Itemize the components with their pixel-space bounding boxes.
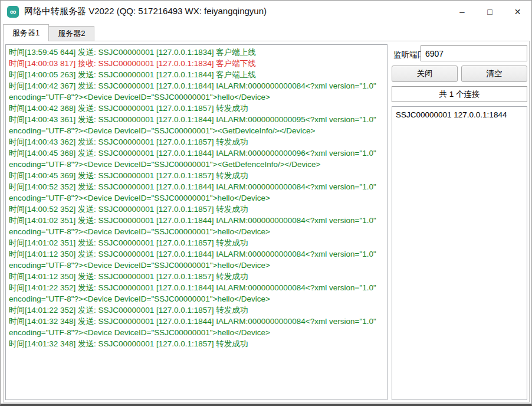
- log-entry: 时间[14:00:43 362] 发送: SSJC00000001 [127.0…: [9, 136, 384, 148]
- log-entry: 时间[14:01:32 348] 发送: SSJC00000001 [127.0…: [9, 316, 384, 338]
- log-entry: 时间[13:59:45 644] 发送: SSJC00000001 [127.0…: [9, 47, 384, 58]
- title-bar: ∞ 网络中转服务器 V2022 (QQ: 517216493 WX: feiya…: [1, 1, 531, 22]
- log-entry: 时间[14:00:42 367] 发送: SSJC00000001 [127.0…: [9, 80, 384, 103]
- tab-bar: 服务器1 服务器2: [3, 24, 94, 41]
- log-entry: 时间[14:00:52 352] 发送: SSJC00000001 [127.0…: [9, 204, 384, 215]
- minimize-button[interactable]: –: [448, 1, 476, 22]
- log-entry: 时间[14:01:22 352] 发送: SSJC00000001 [127.0…: [9, 304, 384, 316]
- log-entry: 时间[14:00:03 817] 接收: SSJC00000001 [127.0…: [9, 58, 384, 69]
- close-server-button[interactable]: 关闭: [392, 66, 458, 82]
- connection-list[interactable]: SSJC00000001 127.0.0.1:1844: [392, 106, 527, 400]
- log-entry: 时间[14:00:05 263] 发送: SSJC00000001 [127.0…: [9, 69, 384, 80]
- log-entry: 时间[14:01:02 351] 发送: SSJC00000001 [127.0…: [9, 215, 384, 237]
- log-textedit[interactable]: 时间[13:59:45 644] 发送: SSJC00000001 [127.0…: [5, 44, 387, 400]
- log-entry: 时间[14:01:12 350] 发送: SSJC00000001 [127.0…: [9, 248, 384, 271]
- log-entry: 时间[14:00:52 352] 发送: SSJC00000001 [127.0…: [9, 181, 384, 204]
- app-logo-icon: ∞: [7, 6, 19, 18]
- maximize-button[interactable]: □: [476, 1, 504, 22]
- app-window: { "window": { "title": "网络中转服务器 V2022 (Q…: [0, 0, 532, 406]
- log-entry: 时间[14:01:22 352] 发送: SSJC00000001 [127.0…: [9, 282, 384, 304]
- log-entry: 时间[14:00:45 369] 发送: SSJC00000001 [127.0…: [9, 170, 384, 181]
- log-entry: 时间[14:00:43 361] 发送: SSJC00000001 [127.0…: [9, 114, 384, 136]
- close-window-button[interactable]: ✕: [504, 1, 531, 22]
- log-entry: 时间[14:01:02 351] 发送: SSJC00000001 [127.0…: [9, 237, 384, 248]
- window-title: 网络中转服务器 V2022 (QQ: 517216493 WX: feiyang…: [24, 6, 267, 17]
- tab-server2[interactable]: 服务器2: [48, 26, 94, 41]
- window-controls: – □ ✕: [448, 1, 531, 22]
- listen-port-input[interactable]: [421, 45, 527, 61]
- tab-server1[interactable]: 服务器1: [3, 24, 49, 41]
- log-entry: 时间[14:00:42 368] 发送: SSJC00000001 [127.0…: [9, 103, 384, 114]
- log-entry: 时间[14:01:12 350] 发送: SSJC00000001 [127.0…: [9, 271, 384, 282]
- clear-log-button[interactable]: 清空: [461, 66, 527, 82]
- connection-list-item[interactable]: SSJC00000001 127.0.0.1:1844: [396, 109, 523, 120]
- log-entry: 时间[14:00:45 368] 发送: SSJC00000001 [127.0…: [9, 148, 384, 170]
- log-entry: 时间[14:01:32 348] 发送: SSJC00000001 [127.0…: [9, 338, 384, 349]
- connection-count-label: 共 1 个连接: [392, 86, 527, 102]
